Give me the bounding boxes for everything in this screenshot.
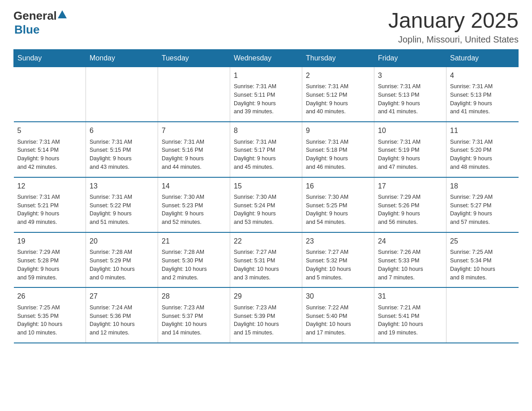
day-info: Sunrise: 7:31 AM Sunset: 5:19 PM Dayligh… xyxy=(378,138,442,171)
day-info: Sunrise: 7:28 AM Sunset: 5:30 PM Dayligh… xyxy=(162,248,226,282)
day-info: Sunrise: 7:31 AM Sunset: 5:11 PM Dayligh… xyxy=(234,82,298,116)
page-header: General Blue January 2025 Joplin, Missou… xyxy=(13,9,519,45)
day-info: Sunrise: 7:30 AM Sunset: 5:24 PM Dayligh… xyxy=(234,193,298,227)
day-info: Sunrise: 7:27 AM Sunset: 5:31 PM Dayligh… xyxy=(234,248,298,282)
calendar-table: SundayMondayTuesdayWednesdayThursdayFrid… xyxy=(13,49,519,343)
logo-general-text: General xyxy=(13,9,57,23)
calendar-cell: 17Sunrise: 7:29 AM Sunset: 5:26 PM Dayli… xyxy=(374,177,446,232)
calendar-week-1: 1Sunrise: 7:31 AM Sunset: 5:11 PM Daylig… xyxy=(14,67,519,122)
day-info: Sunrise: 7:31 AM Sunset: 5:21 PM Dayligh… xyxy=(17,193,82,227)
logo: General Blue xyxy=(13,9,67,37)
day-info: Sunrise: 7:31 AM Sunset: 5:18 PM Dayligh… xyxy=(306,138,370,171)
calendar-cell xyxy=(158,67,230,122)
calendar-cell: 14Sunrise: 7:30 AM Sunset: 5:23 PM Dayli… xyxy=(158,177,230,232)
day-number: 10 xyxy=(378,126,442,136)
day-of-week-thursday: Thursday xyxy=(302,49,374,67)
calendar-cell xyxy=(14,67,86,122)
calendar-cell: 27Sunrise: 7:24 AM Sunset: 5:36 PM Dayli… xyxy=(86,287,158,342)
calendar-cell: 20Sunrise: 7:28 AM Sunset: 5:29 PM Dayli… xyxy=(86,232,158,287)
calendar-cell: 1Sunrise: 7:31 AM Sunset: 5:11 PM Daylig… xyxy=(230,67,302,122)
day-info: Sunrise: 7:31 AM Sunset: 5:14 PM Dayligh… xyxy=(17,138,82,171)
calendar-body: 1Sunrise: 7:31 AM Sunset: 5:11 PM Daylig… xyxy=(14,67,519,342)
calendar-header: SundayMondayTuesdayWednesdayThursdayFrid… xyxy=(14,49,519,67)
day-number: 14 xyxy=(162,181,226,191)
month-title: January 2025 xyxy=(388,9,519,33)
day-number: 16 xyxy=(306,181,370,191)
calendar-week-3: 12Sunrise: 7:31 AM Sunset: 5:21 PM Dayli… xyxy=(14,177,519,232)
calendar-cell: 6Sunrise: 7:31 AM Sunset: 5:15 PM Daylig… xyxy=(86,122,158,177)
calendar-cell: 29Sunrise: 7:23 AM Sunset: 5:39 PM Dayli… xyxy=(230,287,302,342)
day-info: Sunrise: 7:21 AM Sunset: 5:41 PM Dayligh… xyxy=(378,304,442,337)
calendar-cell: 16Sunrise: 7:30 AM Sunset: 5:25 PM Dayli… xyxy=(302,177,374,232)
calendar-cell: 2Sunrise: 7:31 AM Sunset: 5:12 PM Daylig… xyxy=(302,67,374,122)
day-info: Sunrise: 7:22 AM Sunset: 5:40 PM Dayligh… xyxy=(306,304,370,337)
day-number: 17 xyxy=(378,181,442,191)
day-of-week-sunday: Sunday xyxy=(14,49,86,67)
day-number: 18 xyxy=(450,181,515,191)
title-section: January 2025 Joplin, Missouri, United St… xyxy=(388,9,519,45)
day-info: Sunrise: 7:31 AM Sunset: 5:17 PM Dayligh… xyxy=(234,138,298,171)
day-info: Sunrise: 7:26 AM Sunset: 5:33 PM Dayligh… xyxy=(378,248,442,282)
day-number: 28 xyxy=(162,291,226,301)
day-number: 11 xyxy=(450,126,515,136)
calendar-cell: 15Sunrise: 7:30 AM Sunset: 5:24 PM Dayli… xyxy=(230,177,302,232)
location-title: Joplin, Missouri, United States xyxy=(388,34,519,45)
day-number: 1 xyxy=(234,71,298,81)
day-number: 27 xyxy=(90,291,154,301)
day-number: 3 xyxy=(378,71,442,81)
day-number: 15 xyxy=(234,181,298,191)
calendar-cell: 7Sunrise: 7:31 AM Sunset: 5:16 PM Daylig… xyxy=(158,122,230,177)
calendar-cell: 25Sunrise: 7:25 AM Sunset: 5:34 PM Dayli… xyxy=(446,232,519,287)
calendar-week-4: 19Sunrise: 7:29 AM Sunset: 5:28 PM Dayli… xyxy=(14,232,519,287)
day-info: Sunrise: 7:23 AM Sunset: 5:37 PM Dayligh… xyxy=(162,304,226,337)
day-info: Sunrise: 7:28 AM Sunset: 5:29 PM Dayligh… xyxy=(90,248,154,282)
logo-triangle-icon xyxy=(58,10,67,18)
day-info: Sunrise: 7:25 AM Sunset: 5:34 PM Dayligh… xyxy=(450,248,515,282)
calendar-cell: 3Sunrise: 7:31 AM Sunset: 5:13 PM Daylig… xyxy=(374,67,446,122)
day-number: 31 xyxy=(378,291,442,301)
day-info: Sunrise: 7:24 AM Sunset: 5:36 PM Dayligh… xyxy=(90,304,154,337)
calendar-cell: 4Sunrise: 7:31 AM Sunset: 5:13 PM Daylig… xyxy=(446,67,519,122)
day-info: Sunrise: 7:31 AM Sunset: 5:15 PM Dayligh… xyxy=(90,138,154,171)
day-info: Sunrise: 7:31 AM Sunset: 5:20 PM Dayligh… xyxy=(450,138,515,171)
calendar-cell: 23Sunrise: 7:27 AM Sunset: 5:32 PM Dayli… xyxy=(302,232,374,287)
day-info: Sunrise: 7:23 AM Sunset: 5:39 PM Dayligh… xyxy=(234,304,298,337)
calendar-cell: 10Sunrise: 7:31 AM Sunset: 5:19 PM Dayli… xyxy=(374,122,446,177)
calendar-cell: 19Sunrise: 7:29 AM Sunset: 5:28 PM Dayli… xyxy=(14,232,86,287)
day-number: 26 xyxy=(17,291,82,301)
calendar-cell: 5Sunrise: 7:31 AM Sunset: 5:14 PM Daylig… xyxy=(14,122,86,177)
day-of-week-friday: Friday xyxy=(374,49,446,67)
day-info: Sunrise: 7:30 AM Sunset: 5:25 PM Dayligh… xyxy=(306,193,370,227)
day-number: 22 xyxy=(234,236,298,246)
day-number: 19 xyxy=(17,236,82,246)
day-number: 23 xyxy=(306,236,370,246)
day-info: Sunrise: 7:29 AM Sunset: 5:28 PM Dayligh… xyxy=(17,248,82,282)
day-number: 5 xyxy=(17,126,82,136)
calendar-cell: 31Sunrise: 7:21 AM Sunset: 5:41 PM Dayli… xyxy=(374,287,446,342)
calendar-cell: 11Sunrise: 7:31 AM Sunset: 5:20 PM Dayli… xyxy=(446,122,519,177)
day-number: 9 xyxy=(306,126,370,136)
calendar-cell: 26Sunrise: 7:25 AM Sunset: 5:35 PM Dayli… xyxy=(14,287,86,342)
calendar-cell: 13Sunrise: 7:31 AM Sunset: 5:22 PM Dayli… xyxy=(86,177,158,232)
day-of-week-saturday: Saturday xyxy=(446,49,519,67)
calendar-cell: 28Sunrise: 7:23 AM Sunset: 5:37 PM Dayli… xyxy=(158,287,230,342)
day-info: Sunrise: 7:31 AM Sunset: 5:12 PM Dayligh… xyxy=(306,82,370,116)
calendar-cell: 30Sunrise: 7:22 AM Sunset: 5:40 PM Dayli… xyxy=(302,287,374,342)
calendar-week-2: 5Sunrise: 7:31 AM Sunset: 5:14 PM Daylig… xyxy=(14,122,519,177)
calendar-cell xyxy=(86,67,158,122)
calendar-cell: 22Sunrise: 7:27 AM Sunset: 5:31 PM Dayli… xyxy=(230,232,302,287)
day-number: 25 xyxy=(450,236,515,246)
day-info: Sunrise: 7:25 AM Sunset: 5:35 PM Dayligh… xyxy=(17,304,82,337)
day-number: 21 xyxy=(162,236,226,246)
day-number: 6 xyxy=(90,126,154,136)
calendar-cell xyxy=(446,287,519,342)
logo-blue-text: Blue xyxy=(14,23,39,36)
day-info: Sunrise: 7:27 AM Sunset: 5:32 PM Dayligh… xyxy=(306,248,370,282)
days-of-week-row: SundayMondayTuesdayWednesdayThursdayFrid… xyxy=(14,49,519,67)
day-info: Sunrise: 7:31 AM Sunset: 5:13 PM Dayligh… xyxy=(378,82,442,116)
day-number: 13 xyxy=(90,181,154,191)
day-number: 12 xyxy=(17,181,82,191)
calendar-cell: 8Sunrise: 7:31 AM Sunset: 5:17 PM Daylig… xyxy=(230,122,302,177)
day-info: Sunrise: 7:29 AM Sunset: 5:27 PM Dayligh… xyxy=(450,193,515,227)
day-number: 7 xyxy=(162,126,226,136)
